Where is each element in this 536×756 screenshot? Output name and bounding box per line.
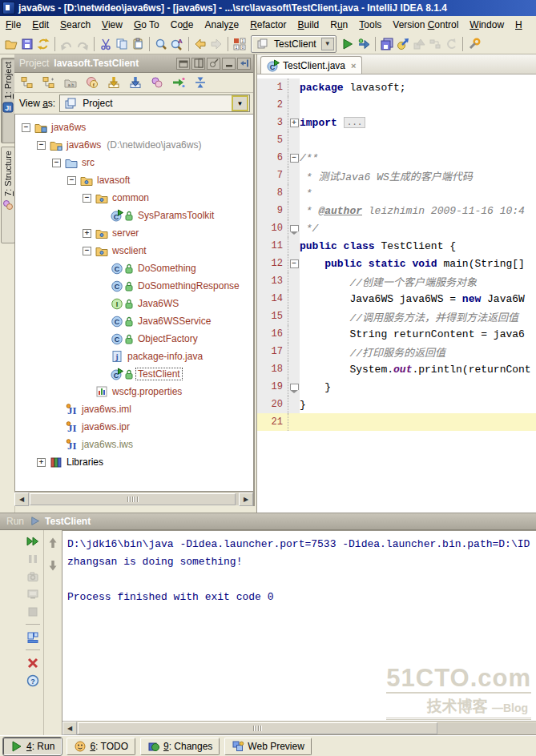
menu-item-search[interactable]: Search — [54, 18, 96, 32]
show-modules-icon[interactable] — [41, 74, 57, 90]
status-tab--changes[interactable]: 9: Changes — [140, 738, 220, 755]
code-line-14[interactable]: 14 Java6WS java6WS = new Java6W — [257, 290, 536, 308]
tree-item-java6ws[interactable]: −java6ws — [15, 119, 253, 136]
code-line-15[interactable]: 15 //调用服务方法，并得到方法返回值 — [257, 308, 536, 325]
tree-item-java6wsservice[interactable]: CJava6WSService — [15, 312, 253, 330]
restore-layout-icon[interactable] — [25, 629, 41, 645]
fold-end-icon[interactable] — [290, 225, 299, 231]
settings-icon[interactable] — [466, 36, 482, 52]
tree-item-sysparamstoolkit[interactable]: CSysParamsToolkit — [15, 207, 253, 224]
console-settings-icon[interactable] — [25, 586, 41, 601]
rollback-icon[interactable] — [443, 36, 459, 52]
help-icon[interactable]: ? — [25, 673, 41, 688]
expand-handle[interactable]: + — [37, 458, 46, 467]
close-tab-icon[interactable]: × — [351, 61, 356, 70]
show-members-icon[interactable]: f — [84, 74, 100, 90]
collapse-handle[interactable]: − — [22, 123, 30, 132]
copy-icon[interactable] — [114, 36, 130, 52]
code-line-8[interactable]: 8 * — [257, 184, 536, 202]
flatten-packages-icon[interactable] — [19, 74, 35, 90]
stop-icon[interactable] — [25, 604, 41, 619]
tree-item-java6ws[interactable]: −java6ws (D:\netwideo\java6ws) — [15, 136, 253, 154]
run-configuration-combo[interactable]: TestClient ▼ — [251, 35, 337, 53]
run-tab-testclient[interactable]: TestClient — [30, 516, 91, 527]
fold-collapse-icon[interactable]: − — [290, 154, 299, 163]
tree-item-src[interactable]: −src — [15, 154, 253, 171]
debug-icon[interactable] — [356, 36, 372, 52]
tree-item-testclient[interactable]: CTestClient — [15, 365, 253, 383]
console-scroll-left-button[interactable]: ◀ — [62, 722, 77, 735]
fold-collapse-icon[interactable]: − — [290, 259, 299, 268]
code-line-19[interactable]: 19 } — [257, 378, 536, 396]
code-line-17[interactable]: 17 //打印服务的返回值 — [257, 343, 536, 360]
tree-item-dosomething[interactable]: CDoSomething — [15, 259, 253, 277]
float-button[interactable] — [176, 58, 190, 70]
tree-item-dosomethingresponse[interactable]: CDoSomethingResponse — [15, 277, 253, 295]
paste-icon[interactable] — [130, 36, 146, 52]
redo-icon[interactable] — [75, 36, 91, 52]
collapse-handle[interactable]: − — [83, 247, 91, 255]
collapse-handle[interactable]: − — [67, 176, 76, 185]
find-icon[interactable] — [153, 36, 169, 52]
code-line-7[interactable]: 7 * 测试Java6 WS生成的客户端代码 — [257, 167, 536, 184]
tree-item-lavasoft[interactable]: −lavasoft — [15, 171, 253, 189]
hide-button[interactable] — [222, 58, 236, 70]
code-line-10[interactable]: 10 */ — [257, 219, 536, 237]
tree-item-package-info-java[interactable]: jpackage-info.java — [15, 348, 253, 365]
code-line-12[interactable]: 12− public static void main(String[] — [257, 255, 536, 272]
forward-icon[interactable] — [208, 36, 224, 52]
menu-item-build[interactable]: Build — [292, 18, 325, 32]
rerun-icon[interactable] — [25, 533, 41, 549]
down-icon[interactable] — [45, 557, 61, 573]
dump-threads-icon[interactable] — [25, 569, 41, 584]
tree-item-java6ws-iml[interactable]: JIjava6ws.iml — [15, 400, 253, 418]
stripe-tab--structure[interactable]: 7: Structure — [1, 147, 15, 243]
save-icon[interactable] — [19, 36, 35, 52]
tree-item-wsclient[interactable]: −wsclient — [15, 242, 253, 259]
up-icon[interactable] — [45, 535, 61, 551]
tree-item-common[interactable]: −common — [15, 189, 253, 207]
back-icon[interactable] — [192, 36, 208, 52]
menu-item-refactor[interactable]: Refactor — [244, 18, 292, 32]
menu-item-edit[interactable]: Edit — [26, 18, 54, 32]
tree-item-java6ws[interactable]: IJava6WS — [15, 295, 253, 312]
code-editor[interactable]: 1package lavasoft;23+import ...56−/**7 *… — [257, 74, 536, 513]
collapse-handle[interactable]: − — [37, 141, 46, 150]
fold-end-icon[interactable] — [290, 384, 299, 390]
fold-expand-icon[interactable]: + — [290, 119, 299, 127]
stripe-tab--project[interactable]: 1: ProjectJI — [1, 58, 15, 143]
editor-tab-testclient[interactable]: C TestClient.java × — [260, 56, 362, 74]
code-line-3[interactable]: 3+import ... — [257, 114, 536, 131]
project-horizontal-scrollbar[interactable]: ◀ ▶ — [14, 492, 253, 506]
status-tab--run[interactable]: 4: Run — [3, 738, 62, 755]
dock-button[interactable] — [191, 58, 205, 70]
code-line-18[interactable]: 18 System.out.println(returnCont — [257, 360, 536, 378]
code-line-16[interactable]: 16 String returnContent = java6 — [257, 325, 536, 343]
module-groups-icon[interactable] — [149, 74, 165, 90]
find-in-path-icon[interactable]: A — [169, 36, 185, 52]
code-line-20[interactable]: 20} — [257, 396, 536, 413]
scroll-left-button[interactable]: ◀ — [14, 493, 29, 506]
scroll-right-button[interactable]: ▶ — [239, 493, 253, 506]
dependencies-icon[interactable] — [427, 36, 443, 52]
tree-item-objectfactory[interactable]: CObjectFactory — [15, 330, 253, 348]
cut-icon[interactable] — [98, 36, 114, 52]
tree-item-java6ws-iws[interactable]: JIjava6ws.iws — [15, 436, 253, 453]
status-tab-web-preview[interactable]: Web Preview — [224, 738, 311, 755]
menu-item-h[interactable]: H — [510, 18, 528, 32]
menu-item-version-control[interactable]: Version Control — [387, 18, 464, 32]
undo-icon[interactable] — [58, 36, 75, 52]
pin-button[interactable] — [207, 58, 220, 70]
collapse-panel-button[interactable] — [237, 58, 251, 70]
save-all-icon[interactable] — [379, 36, 395, 52]
tree-item-wscfg-properties[interactable]: wscfg.properties — [15, 383, 253, 400]
code-line-11[interactable]: 11public class TestClient { — [257, 237, 536, 255]
menu-item-view[interactable]: View — [96, 18, 128, 32]
export-icon[interactable] — [395, 36, 411, 52]
close-icon[interactable] — [25, 655, 41, 670]
autoscroll-to-source-icon[interactable] — [106, 74, 122, 90]
collapse-all-icon[interactable] — [192, 74, 208, 90]
select-in-icon[interactable] — [171, 74, 187, 90]
abbreviate-packages-icon[interactable]: a.b — [62, 74, 79, 90]
menu-item-tools[interactable]: Tools — [353, 18, 387, 32]
